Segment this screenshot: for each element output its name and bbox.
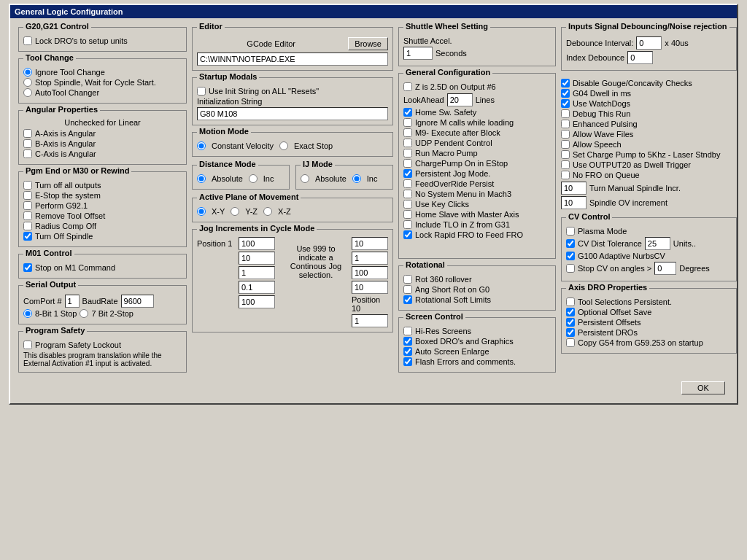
bit8-radio[interactable] <box>23 309 32 318</box>
constant-vel-radio[interactable] <box>197 141 206 150</box>
dist-inc-radio[interactable] <box>249 174 258 183</box>
exact-stop-radio[interactable] <box>279 141 288 150</box>
rot2-cb[interactable] <box>403 295 412 304</box>
rot0-cb[interactable] <box>403 275 412 284</box>
ok-button[interactable]: OK <box>681 381 725 394</box>
tc1-label: Ignore Tool Change <box>35 68 105 77</box>
pgm1-cb[interactable] <box>23 191 32 200</box>
debounce-interval-label: Debounce Interval: <box>566 39 633 47</box>
a-axis-checkbox[interactable] <box>23 129 32 138</box>
pgm0-cb[interactable] <box>23 181 32 190</box>
ro7-cb[interactable] <box>561 150 570 159</box>
ad4-cb[interactable] <box>566 338 575 347</box>
ro3-cb[interactable] <box>561 109 570 118</box>
comport-input[interactable] <box>65 295 80 308</box>
gc4-cb[interactable] <box>403 139 412 147</box>
ro1-cb[interactable] <box>561 89 570 98</box>
use-init-cb[interactable] <box>197 87 206 96</box>
ap-xz-radio[interactable] <box>263 207 272 216</box>
cv-dist-cb[interactable] <box>566 239 575 248</box>
gcode-path-input[interactable] <box>197 52 388 66</box>
tc1-radio[interactable] <box>23 68 32 77</box>
jog-pos1-input[interactable] <box>239 237 275 250</box>
lockout-cb[interactable] <box>23 341 32 349</box>
pgm2-cb[interactable] <box>23 201 32 210</box>
pgm3-cb[interactable] <box>23 211 32 220</box>
tc3-radio[interactable] <box>23 88 32 97</box>
jog-pos4-input[interactable] <box>239 281 275 294</box>
ro3-lbl: Debug This Run <box>573 109 630 118</box>
active-plane-group: Active Plane of Movement X-Y Y-Z X-Z <box>192 198 393 222</box>
dist-abs-radio[interactable] <box>197 174 206 183</box>
stop-cv-input[interactable] <box>654 262 676 275</box>
ro8-cb[interactable] <box>561 160 570 169</box>
lookahead-input[interactable] <box>447 93 473 106</box>
pgm4-cb[interactable] <box>23 222 32 230</box>
ad0-cb[interactable] <box>566 298 575 306</box>
jog-pos10-input[interactable] <box>352 314 388 327</box>
jog-pos6-input[interactable] <box>352 237 388 250</box>
ap-xy-radio[interactable] <box>197 207 206 216</box>
ad3-cb[interactable] <box>566 328 575 337</box>
gc1-cb[interactable] <box>403 108 412 117</box>
debounce-interval-input[interactable] <box>636 36 662 50</box>
baudrate-input[interactable] <box>121 295 154 308</box>
sc2-cb[interactable] <box>403 347 412 356</box>
ap-yz-radio[interactable] <box>231 207 239 216</box>
jog-pos8-input[interactable] <box>352 266 388 279</box>
b-axis-checkbox[interactable] <box>23 139 32 148</box>
turn-manual-input[interactable] <box>561 182 587 195</box>
jog-pos7-input[interactable] <box>352 252 388 265</box>
tc2-radio[interactable] <box>23 78 32 87</box>
ro4-cb[interactable] <box>561 120 570 128</box>
sc0-cb[interactable] <box>403 327 412 335</box>
jog-pos9-input[interactable] <box>352 281 388 294</box>
ad1-cb[interactable] <box>566 308 575 316</box>
jog-pos2-input[interactable] <box>239 252 275 265</box>
bit7-radio[interactable] <box>80 309 88 318</box>
sc3-cb[interactable] <box>403 357 412 366</box>
ad2-cb[interactable] <box>566 318 575 327</box>
pgm5-cb[interactable] <box>23 232 32 241</box>
ij-inc-radio[interactable] <box>352 174 361 183</box>
g20g21-group: G20,G21 Control Lock DRO's to setup unit… <box>18 27 187 52</box>
gc7-cb[interactable] <box>403 169 412 178</box>
stop-cv-cb[interactable] <box>566 264 575 273</box>
gc2-cb[interactable] <box>403 118 412 127</box>
gc3-cb[interactable] <box>403 128 412 137</box>
gc13-cb[interactable] <box>403 230 412 239</box>
spindle-ov-input[interactable] <box>561 196 587 209</box>
ro9-cb[interactable] <box>561 171 570 179</box>
gc0-cb[interactable] <box>403 82 412 91</box>
shuttle-accel-input[interactable] <box>403 47 433 60</box>
gc2-lbl: Ignore M calls while loading <box>415 118 514 127</box>
sc1-cb[interactable] <box>403 337 412 346</box>
gc11-cb[interactable] <box>403 210 412 219</box>
lock-dros-checkbox[interactable] <box>23 36 32 45</box>
m01-cb[interactable] <box>23 263 32 272</box>
rot1-cb[interactable] <box>403 285 412 294</box>
gc12-cb[interactable] <box>403 220 412 229</box>
exact-stop-label: Exact Stop <box>294 141 333 150</box>
index-debounce-input[interactable] <box>627 51 653 64</box>
gc10-cb[interactable] <box>403 200 412 209</box>
gc5-cb[interactable] <box>403 149 412 158</box>
ro2-cb[interactable] <box>561 99 570 108</box>
g100-cb[interactable] <box>566 252 575 260</box>
jog-pos3-input[interactable] <box>239 266 275 279</box>
gc6-cb[interactable] <box>403 159 412 168</box>
jog-use999-label: Use 999 to indicate a Continous Jog sele… <box>283 244 349 279</box>
c-axis-checkbox[interactable] <box>23 149 32 158</box>
browse-button[interactable]: Browse <box>348 37 388 50</box>
init-string-input[interactable] <box>197 107 388 120</box>
cv-dist-input[interactable] <box>645 237 670 250</box>
gc8-cb[interactable] <box>403 179 412 188</box>
plasma-cb[interactable] <box>566 227 575 236</box>
sc1-lbl: Boxed DRO's and Graphics <box>415 337 514 346</box>
gc9-cb[interactable] <box>403 190 412 198</box>
ro5-cb[interactable] <box>561 130 570 139</box>
ro6-cb[interactable] <box>561 140 570 149</box>
jog-pos5-input[interactable] <box>239 295 275 308</box>
ro0-cb[interactable] <box>561 79 570 88</box>
ij-abs-radio[interactable] <box>301 174 309 183</box>
